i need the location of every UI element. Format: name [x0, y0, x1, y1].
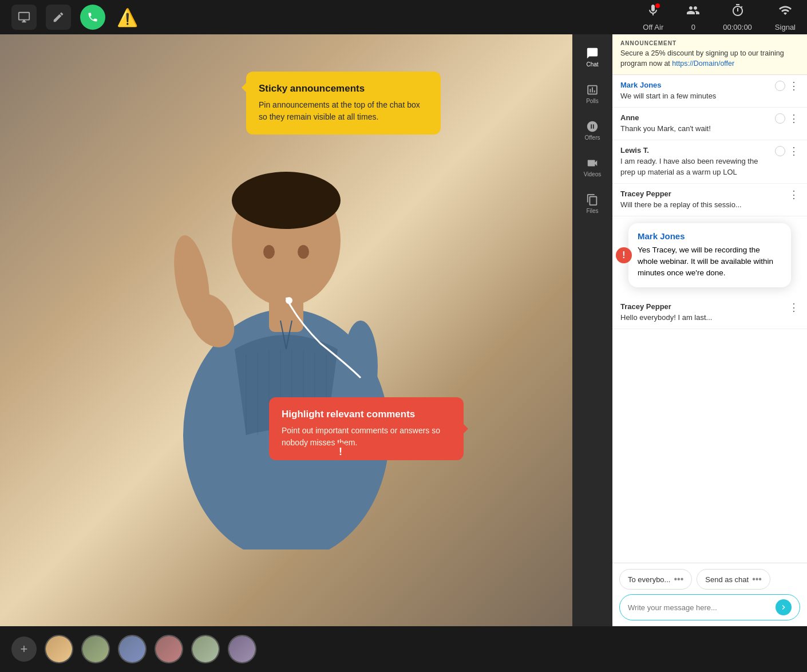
highlight-comments-tooltip: Highlight relevant comments Point out im…	[269, 397, 464, 460]
svg-point-8	[263, 245, 275, 259]
msg-body: Tracey Pepper Will there be a replay of …	[620, 189, 784, 210]
table-row: Lewis T. I am ready. I have also been re…	[612, 140, 807, 183]
msg-body: Anne Thank you Mark, can't wait!	[620, 113, 770, 134]
sidebar-item-videos[interactable]: Videos	[575, 150, 610, 184]
msg-more-icon[interactable]: ⋮	[789, 81, 799, 91]
sidebar-videos-label: Videos	[584, 171, 601, 177]
add-participant-button[interactable]: +	[11, 637, 37, 662]
msg-author: Anne	[620, 113, 770, 122]
warning-icon: ⚠️	[114, 5, 140, 30]
msg-body: Mark Jones We will start in a few minute…	[620, 81, 770, 101]
send-as-chat-label: Send as chat	[705, 575, 749, 584]
participants-control[interactable]: 0	[686, 3, 700, 31]
highlighted-message-container: ! Mark Jones Yes Tracey, we will be reco…	[612, 216, 807, 297]
chat-panel: ANNOUNCEMENT Secure a 25% discount by si…	[612, 34, 807, 626]
table-row: Mark Jones We will start in a few minute…	[612, 75, 807, 108]
sidebar-chat-label: Chat	[586, 61, 598, 68]
chat-input-row	[619, 594, 800, 620]
msg-text: I am ready. I have also been revewing th…	[620, 156, 770, 177]
msg-actions: ⋮	[775, 146, 799, 156]
recipient-label: To everybo...	[628, 575, 670, 584]
sticky-tooltip-title: Sticky announcements	[259, 83, 428, 94]
avatar[interactable]	[118, 635, 147, 663]
sidebar-item-offers[interactable]: Offers	[575, 113, 610, 148]
top-bar: ⚠️ Off Air 0 00:00:00 Signal	[0, 0, 807, 34]
avatar[interactable]	[228, 635, 256, 663]
svg-point-9	[298, 245, 309, 259]
table-row: Tracey Pepper Will there be a replay of …	[612, 184, 807, 216]
table-row: Anne Thank you Mark, can't wait! ⋮	[612, 108, 807, 140]
msg-text: We will start in a few minutes	[620, 91, 770, 101]
msg-actions: ⋮	[775, 81, 799, 91]
timer-control[interactable]: 00:00:00	[723, 3, 752, 31]
send-as-chat-button[interactable]: Send as chat •••	[697, 569, 770, 590]
highlighted-msg-text: Yes Tracey, we will be recording the who…	[638, 244, 782, 279]
sidebar-polls-label: Polls	[586, 98, 599, 104]
recipient-dots: •••	[674, 574, 683, 584]
chat-send-button[interactable]	[776, 599, 792, 615]
sidebar-files-label: Files	[586, 208, 598, 214]
announcement-text: Secure a 25% discount by signing up to o…	[620, 49, 799, 69]
highlighted-message-bubble: ! Mark Jones Yes Tracey, we will be reco…	[628, 223, 791, 287]
msg-checkbox[interactable]	[775, 113, 785, 124]
participants-value: 0	[691, 23, 695, 31]
announcement-link[interactable]: https://Domain/offer	[672, 60, 734, 68]
avatar[interactable]	[155, 635, 183, 663]
svg-rect-2	[269, 298, 303, 332]
msg-actions: ⋮	[789, 302, 799, 313]
msg-author: Mark Jones	[620, 81, 770, 89]
msg-checkbox[interactable]	[775, 146, 785, 156]
chat-footer: To everybo... ••• Send as chat •••	[612, 563, 807, 626]
msg-more-icon[interactable]: ⋮	[789, 302, 799, 313]
off-air-label: Off Air	[643, 23, 663, 31]
send-dots: •••	[752, 574, 762, 584]
signal-label: Signal	[775, 23, 796, 31]
video-area: Sticky announcements Pin announcements a…	[0, 34, 572, 626]
main-area: Sticky announcements Pin announcements a…	[0, 34, 807, 626]
monitor-icon[interactable]	[11, 5, 37, 30]
chat-messages: Mark Jones We will start in a few minute…	[612, 75, 807, 563]
msg-more-icon[interactable]: ⋮	[789, 146, 799, 156]
msg-checkbox[interactable]	[775, 81, 785, 91]
pencil-icon[interactable]	[46, 5, 71, 30]
msg-body: Lewis T. I am ready. I have also been re…	[620, 146, 770, 177]
sticky-tooltip-body: Pin announcements at the top of the chat…	[259, 99, 428, 123]
sidebar-offers-label: Offers	[584, 135, 600, 141]
msg-body: Tracey Pepper Hello everybody! I am last…	[620, 302, 784, 323]
sidebar-item-files[interactable]: Files	[575, 187, 610, 221]
msg-more-icon[interactable]: ⋮	[789, 189, 799, 200]
sidebar-item-polls[interactable]: Polls	[575, 77, 610, 111]
chat-actions-row: To everybo... ••• Send as chat •••	[619, 569, 800, 590]
call-icon[interactable]	[80, 5, 105, 30]
highlighted-msg-author: Mark Jones	[638, 231, 782, 241]
msg-text: Will there be a replay of this sessio...	[620, 200, 784, 210]
msg-more-icon[interactable]: ⋮	[789, 113, 799, 124]
announcement-banner: ANNOUNCEMENT Secure a 25% discount by si…	[612, 34, 807, 75]
sidebar-nav: Chat Polls Offers Videos Files	[572, 34, 612, 626]
table-row: Tracey Pepper Hello everybody! I am last…	[612, 297, 807, 329]
avatar[interactable]	[191, 635, 220, 663]
msg-author: Lewis T.	[620, 146, 770, 155]
msg-text: Hello everybody! I am last...	[620, 313, 784, 323]
sticky-announcements-tooltip: Sticky announcements Pin announcements a…	[246, 72, 441, 135]
msg-actions: ⋮	[789, 189, 799, 200]
chat-input[interactable]	[628, 603, 771, 612]
avatar[interactable]	[45, 635, 73, 663]
bottom-bar: +	[0, 626, 807, 672]
svg-point-7	[232, 172, 341, 229]
msg-author: Tracey Pepper	[620, 189, 784, 198]
sidebar-item-chat[interactable]: Chat	[575, 40, 610, 74]
announcement-label: ANNOUNCEMENT	[620, 40, 799, 46]
mic-control[interactable]: Off Air	[643, 3, 663, 31]
highlight-tooltip-body: Point out important comments or answers …	[282, 425, 451, 449]
recipient-button[interactable]: To everybo... •••	[619, 569, 692, 590]
mic-red-dot	[655, 3, 660, 8]
signal-control[interactable]: Signal	[775, 3, 796, 31]
msg-author: Tracey Pepper	[620, 302, 784, 311]
highlight-exclamation-icon: !	[616, 247, 632, 263]
svg-point-6	[286, 297, 292, 304]
top-bar-controls: Off Air 0 00:00:00 Signal	[643, 3, 796, 31]
avatar[interactable]	[81, 635, 110, 663]
timer-value: 00:00:00	[723, 23, 752, 31]
add-icon: +	[21, 642, 28, 657]
